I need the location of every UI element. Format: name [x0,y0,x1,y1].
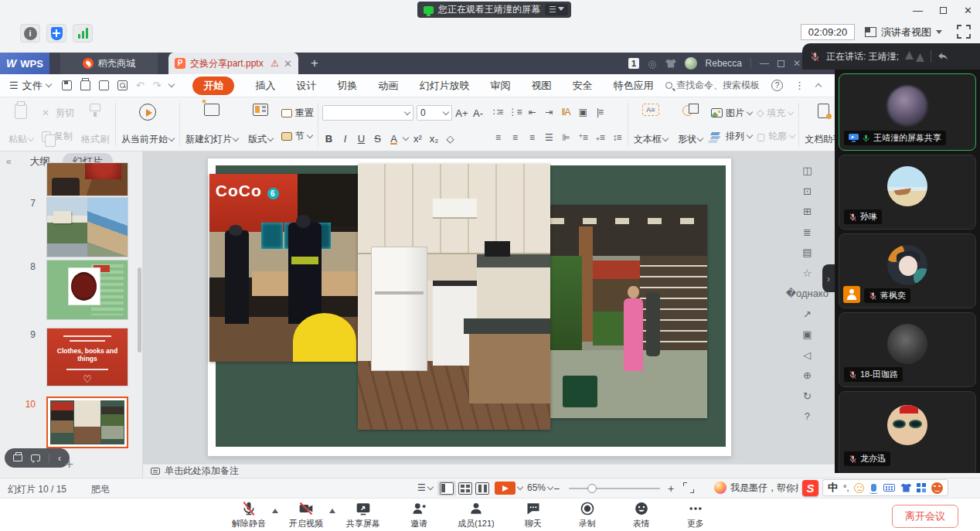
bullets-button[interactable]: ∷≡ [491,107,505,117]
mic-muted-icon[interactable] [810,52,820,62]
fill-button[interactable]: ◇填充 [757,107,795,120]
chart-pane-icon[interactable]: ▤ [802,247,812,257]
image-pane-icon[interactable]: ▣ [802,329,812,339]
normal-view-button[interactable] [437,481,456,496]
justify-button[interactable]: ☰ [542,132,556,143]
assistant-ball-icon[interactable] [714,482,726,494]
security-button[interactable] [46,24,66,43]
sorter-view-button[interactable] [456,481,475,496]
ime-language-toggle[interactable]: 中 [828,481,838,495]
skin-center-icon[interactable] [900,484,911,492]
numbering-button[interactable]: ⋮≡ [508,107,522,117]
participant-tile[interactable]: 18-田珈路 [839,312,976,387]
ime-punctuation-toggle[interactable]: °, [843,483,849,492]
decrease-font-button[interactable]: A- [471,107,485,119]
wps-close-button[interactable]: ✕ [793,58,801,69]
share-screen-button[interactable]: 共享屏幕 [346,501,380,529]
invite-button[interactable]: 邀请 [403,501,434,529]
help-pane-icon[interactable]: ? [805,411,810,421]
slide-thumbnail-8[interactable] [46,260,128,320]
panel-collapse-button[interactable]: › [822,264,835,292]
redo-icon[interactable]: ↷ [153,80,162,91]
text-direction-button[interactable]: ‖A [559,107,573,117]
menu-special-apps[interactable]: 特色应用 [613,77,653,95]
more-button[interactable]: 更多 [680,501,711,529]
align-left-button[interactable]: ≡ [491,132,505,143]
tab-close-icon[interactable]: ✕ [284,58,292,70]
increase-spacing-button[interactable]: ⁺≡ [576,132,590,143]
add-pane-icon[interactable]: ⊕ [803,370,812,380]
menu-insert[interactable]: 插入 [255,77,275,95]
docer-member-icon[interactable]: ◎ [648,58,656,70]
wps-minimize-button[interactable]: — [760,58,769,69]
menu-animation[interactable]: 动画 [378,77,398,95]
reactions-button[interactable]: 表情 [626,501,657,529]
chat-button[interactable]: 聊天 [518,501,549,529]
more-menu-icon[interactable]: ⋮ [795,80,805,91]
export-icon[interactable] [99,80,109,90]
decrease-spacing-button[interactable]: ₊≡ [593,132,607,143]
italic-button[interactable]: I [339,133,352,145]
collapse-ribbon-icon[interactable] [815,83,822,90]
notes-bar[interactable]: 单击此处添加备注 [143,464,835,478]
distribute-button[interactable]: ⊫ [559,132,573,143]
share-pane-icon[interactable]: ↗ [803,309,812,319]
font-size-select[interactable]: 0 [417,105,452,121]
font-color-caret[interactable] [403,134,409,141]
help-icon[interactable]: ? [771,80,783,91]
unmute-button[interactable]: 解除静音 [232,501,266,529]
comment-icon[interactable] [31,454,40,461]
view-mode-dropdown[interactable]: 演讲者视图 [865,24,942,40]
shapes-button[interactable]: 形状 [674,101,706,148]
collapse-panel-button[interactable]: « [6,156,12,167]
menu-home[interactable]: 开始 [192,77,234,95]
menu-design[interactable]: 设计 [296,77,316,95]
tab-docer-store[interactable]: 稻壳商城 [60,53,158,74]
format-painter-button[interactable]: 格式刷 [79,101,111,148]
reset-button[interactable]: 重置 [281,107,314,120]
outline-button[interactable]: ▢轮廓 [757,130,795,143]
participant-tile[interactable]: 孙琳 [839,155,976,230]
slide-thumbnail-6[interactable] [46,162,128,196]
bold-button[interactable]: B [322,133,335,145]
zoom-in-button[interactable]: + [668,482,674,495]
printer-icon[interactable] [13,454,22,461]
skin-icon[interactable] [665,59,676,68]
slide-canvas[interactable]: CoCo 6 [143,151,835,464]
copy-button[interactable]: 复制 [42,130,74,143]
banner-menu-button[interactable]: ☰ [545,4,568,15]
superscript-button[interactable]: x² [411,133,424,145]
comment-pane-icon[interactable]: �однако [786,288,829,298]
textbox-button[interactable]: A≡ 文本框 [632,101,669,148]
back-arrow-icon[interactable] [937,52,948,61]
info-button[interactable]: i [20,24,40,43]
align-right-button[interactable]: ≡ [525,132,539,143]
record-button[interactable]: 录制 [572,501,603,529]
close-button[interactable]: ✕ [964,5,972,16]
tab-document-active[interactable]: P 交换分享part.pptx ⚠ ✕ [168,53,298,74]
save-icon[interactable] [62,80,72,90]
participant-tile[interactable]: 龙亦迅 [839,391,976,473]
minimize-button[interactable]: — [913,5,923,16]
align-center-button[interactable]: ≡ [508,132,522,143]
strikethrough-button[interactable]: S [371,133,384,145]
subscript-button[interactable]: x₂ [427,133,441,145]
new-tab-button[interactable]: + [311,53,318,74]
wps-logo-tab[interactable]: W WPS [0,53,49,74]
caret-up-icon[interactable] [272,505,278,513]
collapse-pill-icon[interactable]: ‹ [58,453,61,464]
sogou-logo-icon[interactable]: S [802,480,818,496]
user-avatar[interactable] [685,57,697,70]
print-preview-icon[interactable] [117,80,128,90]
font-color-button[interactable]: A [387,133,400,145]
slideshow-button[interactable] [495,482,522,495]
user-name[interactable]: Rebecca [706,58,742,69]
photo-grocery-store[interactable] [550,205,707,418]
members-button[interactable]: 成员(121) [458,501,495,529]
file-menu[interactable]: ☰ 文件 [9,79,51,93]
command-search[interactable]: 查找命令、搜索模板 [665,79,760,92]
chevron-down-icon[interactable] [168,81,175,87]
slide-thumbnail-10[interactable] [46,397,128,448]
decrease-indent-button[interactable]: ⇤ [525,107,539,117]
slide-thumbnail-7[interactable] [46,197,128,257]
